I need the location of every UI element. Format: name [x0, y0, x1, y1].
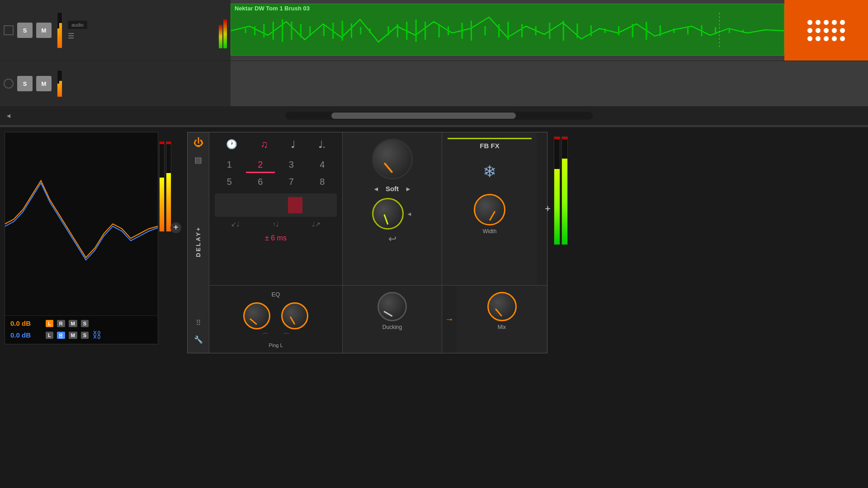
right-level-meters — [159, 141, 171, 232]
freeze-icon[interactable]: ❄ — [483, 162, 496, 181]
snap-left-icon[interactable]: ↙♩ — [231, 221, 240, 228]
scrollbar-row: ◄ — [0, 106, 868, 125]
folder-button[interactable]: ▤ — [194, 155, 202, 165]
track1-vu-meter — [219, 12, 227, 48]
track2-timeline — [231, 61, 868, 106]
level-readout-area: 0.0 dB L R M S 0.0 dB L R M S ⛓ — [5, 315, 158, 344]
track1-mute-btn[interactable]: M — [36, 23, 52, 38]
snap-up-icon[interactable]: ↑♩ — [273, 221, 279, 228]
eq-low-indicator — [250, 318, 257, 325]
svg-rect-19 — [439, 24, 440, 38]
delay-timing-panel: 🕐 ♫ ♩ ♩. 1 2 3 4 5 6 7 8 — [209, 132, 343, 285]
snap-right-icon[interactable]: ♩↗ — [312, 221, 321, 228]
clock-icon[interactable]: 🕐 — [226, 139, 237, 150]
svg-rect-16 — [406, 22, 407, 40]
num-5[interactable]: 5 — [215, 175, 244, 189]
ch-l-label[interactable]: L — [46, 320, 53, 327]
main-knob[interactable] — [372, 139, 413, 179]
track1-level-meter — [57, 12, 62, 48]
ch-r-label[interactable]: R — [57, 320, 65, 327]
feedback-knob-indicator — [383, 214, 388, 225]
svg-rect-5 — [291, 22, 292, 40]
eq-high-indicator — [290, 316, 296, 325]
num-1[interactable]: 1 — [215, 158, 244, 173]
ducking-knob[interactable] — [377, 292, 407, 321]
delay-slider-thumb[interactable] — [288, 197, 302, 213]
num-7[interactable]: 7 — [277, 175, 306, 189]
mode-panel: ◄ Soft ► ◄ ↩ — [343, 132, 442, 285]
scrollbar-track[interactable] — [285, 112, 593, 120]
scroll-left-arrow[interactable]: ◄ — [5, 112, 12, 119]
ch-l2-label[interactable]: L — [46, 332, 53, 339]
delay-slider-area[interactable] — [215, 193, 337, 217]
audio-clip[interactable]: Nektar DW Tom 1 Brush 03 — [231, 4, 784, 56]
clip-title: Nektar DW Tom 1 Brush 03 — [231, 4, 784, 13]
svg-rect-11 — [351, 23, 352, 38]
svg-rect-29 — [563, 21, 564, 41]
ch-m2-label[interactable]: M — [69, 332, 77, 339]
delay-plugin: ⏻ ▤ DELAY+ ⠿ 🔧 🕐 ♫ ♩ ♩. — [187, 132, 547, 353]
num-2[interactable]: 2 — [246, 158, 275, 173]
svg-rect-1 — [254, 26, 255, 35]
svg-rect-40 — [715, 27, 716, 34]
analyzer-panel: 0.0 dB L R M S 0.0 dB L R M S ⛓ — [5, 132, 158, 344]
num-8[interactable]: 8 — [308, 175, 337, 189]
eq-label: EQ — [272, 291, 280, 298]
small-right-arrow[interactable]: ◄ — [406, 211, 412, 217]
svg-rect-12 — [360, 27, 361, 34]
mix-indicator — [495, 308, 502, 317]
mix-section: Mix — [457, 286, 547, 353]
power-button[interactable]: ⏻ — [193, 137, 203, 149]
right-side-meters — [554, 136, 568, 245]
soft-right-arrow[interactable]: ► — [405, 185, 411, 192]
bottom-section: EQ ⌒ ⌒ Ping L — [209, 285, 547, 353]
track1-solo-btn[interactable]: S — [17, 23, 33, 38]
num-3[interactable]: 3 — [277, 158, 306, 173]
num-6[interactable]: 6 — [246, 175, 275, 189]
snap-icons-row: ↙♩ ↑♩ ♩↗ — [215, 221, 337, 228]
grid-numbers-row: 1 2 3 4 5 6 7 8 — [215, 158, 337, 189]
svg-rect-39 — [701, 25, 703, 36]
ch-s-label[interactable]: S — [81, 320, 89, 327]
soft-left-arrow[interactable]: ◄ — [373, 185, 379, 192]
dots-grid — [803, 15, 849, 46]
svg-rect-3 — [273, 22, 274, 40]
scrollbar-thumb[interactable] — [331, 113, 516, 119]
track2-solo-btn[interactable]: S — [17, 76, 33, 91]
ducking-label: Ducking — [382, 324, 402, 330]
track1-circle — [4, 25, 14, 35]
ch-r2-label[interactable]: R — [57, 332, 65, 339]
width-knob[interactable] — [474, 194, 505, 225]
track1-name-box: audio — [68, 21, 87, 29]
ch-m-label[interactable]: M — [69, 320, 77, 327]
note-dotted-icon[interactable]: ♩. — [318, 139, 326, 150]
svg-rect-36 — [660, 25, 661, 36]
eq-knob-high[interactable] — [281, 302, 308, 329]
orange-plugin-box[interactable] — [784, 0, 868, 61]
eq-knob-low[interactable] — [243, 302, 270, 329]
ch-s2-label[interactable]: S — [81, 332, 89, 339]
track2-mute-btn[interactable]: M — [36, 76, 52, 91]
analyzer-waveform — [5, 132, 158, 315]
note-quarter-icon[interactable]: ♩ — [291, 139, 295, 150]
svg-rect-9 — [332, 23, 334, 39]
link-icon[interactable]: ⛓ — [92, 330, 101, 340]
eq-low-curve-icon: ⌒ — [262, 332, 269, 342]
svg-rect-32 — [604, 28, 606, 33]
key-button[interactable]: 🔧 — [194, 335, 203, 344]
add-analyzer-btn[interactable]: + — [170, 222, 181, 233]
grid-dots-button[interactable]: ⠿ — [196, 319, 201, 327]
add-right-btn[interactable]: + — [545, 203, 551, 215]
note-eighth-beam-icon[interactable]: ♫ — [260, 139, 268, 150]
mix-knob[interactable] — [487, 292, 517, 321]
svg-rect-35 — [646, 22, 647, 40]
track1-menu-icon[interactable]: ☰ — [68, 32, 87, 40]
fb-fx-panel: FB FX ❄ Width + — [442, 132, 537, 285]
svg-rect-23 — [485, 26, 486, 35]
feedback-icon[interactable]: ↩ — [388, 233, 396, 245]
svg-rect-2 — [263, 24, 264, 38]
num-4[interactable]: 4 — [308, 158, 337, 173]
svg-rect-22 — [471, 21, 472, 41]
feedback-knob[interactable] — [372, 198, 404, 230]
ducking-arrow: → — [442, 314, 457, 324]
